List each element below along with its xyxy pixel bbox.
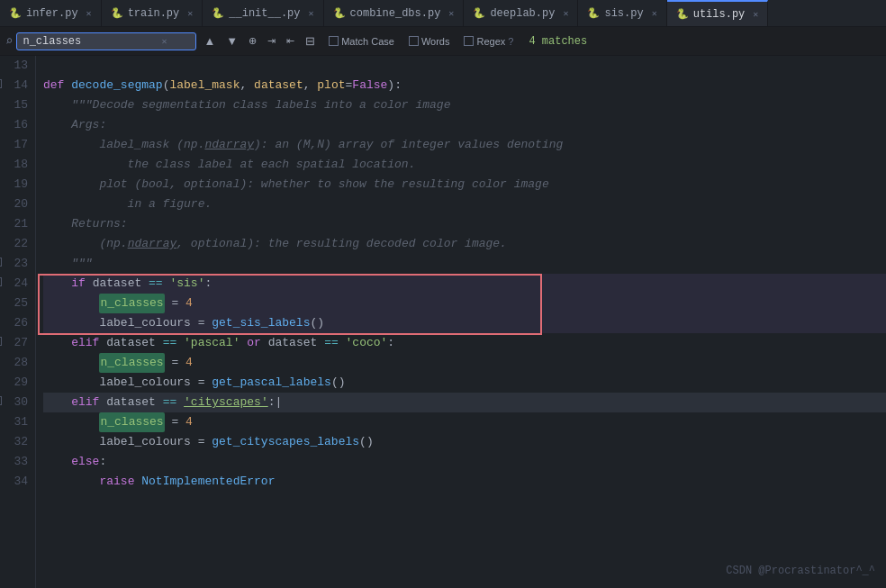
- fn-not-impl: NotImplementedError: [141, 472, 275, 492]
- fold-27[interactable]: −: [0, 337, 2, 346]
- colon-24: :: [204, 274, 212, 294]
- indent-28: [43, 353, 99, 373]
- fold-30[interactable]: −: [0, 396, 2, 405]
- search-input[interactable]: [23, 35, 158, 48]
- tab-utils[interactable]: 🐍 utils.py ✕: [667, 0, 769, 26]
- code-25-rest: =: [165, 294, 185, 313]
- op-assign-32: =: [198, 432, 212, 452]
- search-input-wrapper: ✕: [16, 32, 196, 50]
- search-match-28: n_classes: [99, 353, 164, 373]
- code-line-28: n_classes = 4: [43, 353, 886, 373]
- tab-label-utils: utils.py: [693, 8, 746, 21]
- indent-32: [43, 432, 99, 452]
- code-comma2: ,: [303, 76, 318, 95]
- tab-icon-deeplab: 🐍: [473, 7, 485, 19]
- code-eq: =: [346, 76, 353, 95]
- cm-15: """Decode segmentation class labels into…: [43, 95, 450, 115]
- regex-button[interactable]: Regex ?: [457, 33, 520, 50]
- tab-close-init[interactable]: ✕: [309, 8, 314, 19]
- kw-elif-30: elif: [71, 393, 106, 412]
- parens-29: (): [331, 373, 346, 393]
- ln-25: 25: [7, 294, 28, 313]
- code-line-34: raise NotImplementedError: [43, 472, 886, 492]
- tab-sis[interactable]: 🐍 sis.py ✕: [578, 0, 666, 26]
- ln-34: 34: [7, 472, 28, 492]
- tab-combine[interactable]: 🐍 combine_dbs.py ✕: [324, 0, 465, 26]
- search-next-button[interactable]: ▼: [222, 32, 241, 50]
- code-paren-close: ):: [387, 76, 402, 95]
- cm-16: Args:: [43, 115, 106, 135]
- code-13-empty: [43, 56, 50, 76]
- num-25: 4: [185, 294, 193, 313]
- tab-icon-train: 🐍: [111, 7, 123, 19]
- code-line-15: """Decode segmentation class labels into…: [43, 95, 886, 115]
- code-28-rest: =: [165, 353, 185, 373]
- var-label_colours-32: label_colours: [99, 432, 197, 452]
- search-prev-button[interactable]: ▲: [200, 32, 219, 50]
- code-line-21: Returns:: [43, 214, 886, 234]
- var-label_colours-29: label_colours: [99, 373, 197, 393]
- ln-24: 24 −: [7, 274, 28, 294]
- param-dataset: dataset: [254, 76, 303, 95]
- code-line-30: elif dataset == 'cityscapes':|: [43, 393, 886, 412]
- tab-label-infer: infer.py: [26, 7, 78, 20]
- code-line-13: [43, 56, 886, 76]
- code-line-16: Args:: [43, 115, 886, 135]
- ln-16: 16: [7, 115, 28, 135]
- str-pascal: 'pascal': [184, 333, 240, 353]
- tab-icon-sis: 🐍: [587, 7, 600, 19]
- tab-label-sis: sis.py: [604, 7, 643, 20]
- ln-21: 21: [7, 214, 28, 234]
- ln-31: 31: [7, 412, 28, 432]
- tab-close-deeplab[interactable]: ✕: [563, 8, 568, 19]
- cm-22: (np.ndarray, optional): the resulting de…: [43, 234, 507, 254]
- tab-close-infer[interactable]: ✕: [86, 8, 92, 19]
- parens-26: (): [310, 313, 324, 333]
- match-case-button[interactable]: Match Case: [322, 33, 401, 50]
- fold-23[interactable]: −: [0, 258, 2, 267]
- tab-infer[interactable]: 🐍 infer.py ✕: [0, 0, 102, 26]
- regex-label: Regex: [476, 36, 505, 47]
- tab-init[interactable]: 🐍 __init__.py ✕: [203, 0, 323, 26]
- var-dataset-30: dataset: [106, 393, 162, 412]
- ln-23: 23 −: [7, 254, 28, 274]
- code-line-17: label_mask (np.ndarray): an (M,N) array …: [43, 135, 886, 155]
- tab-close-train[interactable]: ✕: [187, 8, 193, 19]
- code-line-27: elif dataset == 'pascal' or dataset == '…: [43, 333, 886, 353]
- num-28: 4: [185, 353, 193, 373]
- tab-close-sis[interactable]: ✕: [652, 8, 657, 19]
- tab-train[interactable]: 🐍 train.py ✕: [102, 0, 203, 26]
- tab-label-init: __init__.py: [229, 7, 300, 20]
- search-find-button[interactable]: ⊕: [245, 33, 260, 49]
- tab-close-utils[interactable]: ✕: [753, 9, 758, 20]
- var-dataset-27: dataset: [106, 333, 162, 353]
- tab-icon-combine: 🐍: [333, 7, 346, 19]
- indent-24: [43, 274, 71, 294]
- op-eq-24: ==: [149, 274, 169, 294]
- kw-raise: raise: [99, 472, 141, 492]
- kw-or-27: or: [247, 333, 267, 353]
- tab-deeplab[interactable]: 🐍 deeplab.py ✕: [464, 0, 578, 26]
- search-filter-button[interactable]: ⊟: [302, 32, 319, 50]
- colon-30: :|: [268, 393, 283, 412]
- cm-18: the class label at each spatial location…: [43, 155, 415, 175]
- op-assign-26: =: [198, 313, 212, 333]
- param-plot: plot: [317, 76, 345, 95]
- kw-if: if: [71, 274, 92, 294]
- fold-14[interactable]: −: [0, 79, 2, 88]
- search-expand-button[interactable]: ⇥: [264, 33, 279, 49]
- code-line-31: n_classes = 4: [43, 412, 886, 432]
- code-line-25: n_classes = 4: [43, 294, 886, 313]
- ln-33: 33: [7, 452, 28, 472]
- tab-close-combine[interactable]: ✕: [448, 8, 454, 19]
- cm-23: """: [43, 254, 93, 274]
- kw-elif-27: elif: [71, 333, 106, 353]
- search-clear-icon[interactable]: ✕: [161, 36, 167, 47]
- search-options: Match Case Words Regex ?: [322, 33, 520, 50]
- fold-24[interactable]: −: [0, 277, 2, 286]
- indent-33: [43, 452, 71, 472]
- search-collapse-button[interactable]: ⇤: [283, 33, 298, 49]
- code-line-23: """: [43, 254, 886, 274]
- code-content[interactable]: def decode_segmap(label_mask, dataset, p…: [36, 56, 886, 588]
- words-button[interactable]: Words: [402, 33, 457, 50]
